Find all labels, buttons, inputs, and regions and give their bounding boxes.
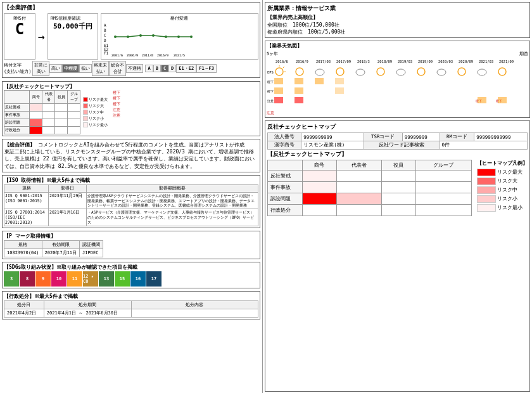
svg-text:F1: F1: [104, 51, 109, 55]
rating-box: RMS付 C: [4, 13, 35, 60]
heatmap-small-table: 商号 代表者 役員 グループ 反社警戒: [4, 90, 80, 134]
legend-low-label: リスク小: [497, 196, 517, 202]
legend-max: リスク最大: [477, 169, 528, 176]
pmark-org: JIPDEC: [80, 249, 103, 257]
prefecture-rank: 都道府県内順位 100位/5,000社: [267, 29, 345, 35]
svg-text:2006/9: 2006/9: [127, 53, 138, 56]
iso-table: 規格 取得日 取得範囲概要 JIS Q 9001:2015(ISO 9001:2…: [4, 184, 258, 226]
chart-title: 格付変遷: [103, 15, 256, 22]
svg-rect-62: [498, 97, 507, 103]
svg-text:2020/09: 2020/09: [459, 60, 473, 63]
rms-trust-label: RMS信頼度確認: [51, 15, 95, 22]
svg-rect-58: [294, 97, 303, 103]
national-label: 全国順位: [267, 22, 288, 29]
svg-rect-55: [335, 87, 344, 94]
summary-text1: コメントロジックとAIを組み合わせてS行程度のコメントを生成。当面はアナリストが…: [38, 142, 244, 148]
amount-value: 50,000千円: [51, 22, 95, 31]
weather-title: 【業界天気図】: [267, 42, 528, 49]
corp-name-label: 漢字商号: [268, 141, 301, 150]
svg-point-16: [165, 35, 167, 38]
svg-text:2018/3: 2018/3: [357, 60, 370, 63]
pmark-col1: 規格: [4, 241, 42, 249]
iso-title: 【ISO 取得情報】※最大5件まで掲載: [4, 177, 258, 184]
svg-point-17: [177, 35, 180, 38]
heatmap-row-2: 事件事故: [268, 182, 472, 193]
svg-rect-49: [294, 78, 303, 84]
prefecture-value: 100位/5,000社: [308, 29, 345, 35]
legend-low: リスク小: [477, 195, 528, 203]
svg-rect-51: [335, 78, 344, 84]
heatmap-row-4: 行政処分: [268, 205, 472, 216]
svg-text:橙下: 橙下: [267, 89, 274, 93]
sdg-8: 8: [20, 271, 35, 287]
national-rank: 全国順位 1000位/150,000社: [267, 22, 345, 29]
svg-rect-61: [478, 97, 486, 103]
admin-row-1: 2021年4月2日 2021年4月1日 ～ 2021年6月30日: [4, 309, 258, 318]
heatmap-row-3: 訴訟問題: [268, 193, 472, 205]
svg-point-18: [190, 35, 193, 38]
heatmap-left-section: 【反社チェックヒートマップ】 商号 代表者 役員 グループ 反社警戒: [2, 81, 260, 136]
corp-num-label: 法人番号: [268, 133, 301, 141]
svg-point-44: [458, 68, 466, 75]
svg-rect-54: [294, 87, 303, 94]
svg-point-32: [276, 68, 283, 75]
heatmap-main-title: 【反社チェックヒートマップ】: [267, 151, 528, 158]
svg-rect-50: [315, 78, 324, 84]
pmark-number: 10823970(04): [4, 249, 42, 257]
svg-text:2016/9: 2016/9: [296, 60, 308, 63]
rm-value: 999999999999: [474, 133, 528, 141]
antisocial-section: 反社チェックヒートマップ 法人番号 9999999999 TSRコード 9999…: [265, 120, 530, 392]
svg-text:2016/6: 2016/6: [276, 60, 288, 63]
left-panel: 【企業評価】 RMS付 C → RMS信頼度確認 50,000千円 格付変遷: [0, 0, 263, 393]
sdg-16: 16: [130, 271, 146, 287]
svg-point-45: [478, 69, 486, 75]
rating-chart: 格付変遷 A B C D E1 E2 F1 2001/6 2006/9 2011…: [101, 13, 258, 60]
word-label: 反社ワード記事検索: [364, 141, 440, 150]
sdgs-icons: 3 8 9 10 11 12 ★ CO 13 15 16 17: [4, 271, 258, 287]
svg-point-12: [114, 35, 117, 38]
heatmap-col-2: 代表者: [336, 160, 381, 171]
admin-section: 【行政処分】※最大5件まで掲載 処分日 処分期間 処分内容 2021年4月2日 …: [2, 291, 260, 319]
industry-title: 所属業界：情報サービス業: [267, 4, 528, 13]
iso-col1: 規格: [4, 184, 49, 192]
pmark-expiry: 2020年7月11日: [42, 249, 80, 257]
legend-high-label: リスク大: [497, 178, 517, 184]
industry-section: 所属業界：情報サービス業 【業界内売上高順位】 全国順位 1000位/150,0…: [265, 2, 530, 38]
industry-ranks: 【業界内売上高順位】 全国順位 1000位/150,000社 都道府県内順位 1…: [267, 14, 528, 35]
svg-point-41: [396, 69, 405, 75]
sdg-10: 10: [51, 271, 66, 287]
sdg-13: 13: [99, 271, 114, 287]
svg-text:C: C: [104, 33, 106, 37]
svg-point-14: [139, 34, 142, 37]
antisocial-info-table: 法人番号 9999999999 TSRコード 99999999 RMコード 99…: [267, 132, 528, 150]
svg-text:2019/09: 2019/09: [418, 60, 433, 63]
amount-box: RMS信頼度確認 50,000千円: [48, 13, 98, 60]
iso-row-2: JIS Q 27001:2014(ISO/IEC 27001:2013) 202…: [4, 209, 258, 226]
svg-text:B: B: [104, 28, 106, 32]
pmark-row: 10823970(04) 2020年7月11日 JIPDEC: [4, 249, 103, 257]
svg-text:D: D: [104, 38, 106, 42]
sdg-17: 17: [146, 271, 162, 287]
pmark-table: 規格 有効期限 認証機関 10823970(04) 2020年7月11日 JIP…: [4, 240, 103, 257]
summary-title: 【総合評価】: [4, 142, 35, 148]
svg-point-13: [127, 35, 129, 38]
sdg-9: 9: [35, 271, 51, 287]
svg-text:2021/5: 2021/5: [174, 53, 185, 56]
heatmap-row-1: 反社警戒: [268, 171, 472, 182]
sdg-3: 3: [4, 271, 19, 287]
svg-line-34: [283, 67, 284, 68]
svg-text:2019/03: 2019/03: [398, 60, 412, 63]
legend-min-label: リスク最小: [497, 205, 522, 211]
sdgs-section: 【SDGs取り組み状況】※取り組みが確認できた項目を掲載 3 8 9 10 11…: [2, 262, 260, 288]
admin-col2: 処分期間: [44, 301, 131, 309]
svg-text:2017/09: 2017/09: [336, 60, 351, 63]
svg-text:2011/8: 2011/8: [142, 53, 153, 56]
sdg-15: 15: [115, 271, 130, 287]
svg-point-43: [437, 69, 446, 75]
sdg-11: 11: [67, 271, 82, 287]
enterprise-section: 【企業評価】 RMS付 C → RMS信頼度確認 50,000千円 格付変遷: [2, 2, 260, 78]
svg-point-36: [296, 68, 303, 75]
svg-text:EPS: EPS: [267, 70, 274, 74]
tsr-value: 99999999: [402, 133, 440, 141]
pmark-section: 【P マーク取得情報】 規格 有効期限 認証機関 10823970(04) 20…: [2, 231, 260, 259]
